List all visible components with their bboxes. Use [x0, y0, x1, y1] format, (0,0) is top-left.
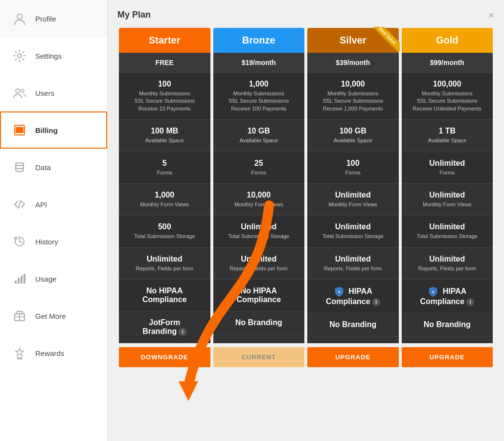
svg-marker-18	[179, 381, 198, 401]
plan-submissions-bronze: 1,000 Monthly SubmissionsSSL Secure Subm…	[213, 73, 305, 120]
hipaa-value: No HIPAACompliance	[124, 287, 206, 304]
plan-btn-silver[interactable]: UPGRADE	[307, 347, 399, 367]
formviews-label: Monthly Form Views	[312, 201, 394, 208]
forms-label: Forms	[218, 169, 300, 176]
plan-branding-starter: JotFormBrandingi	[119, 311, 210, 343]
plan-branding-silver: No Branding	[307, 313, 399, 336]
space-value: 100 GB	[312, 127, 394, 135]
formviews-label: Monthly Form Views	[218, 201, 300, 208]
sidebar-item-getmore[interactable]: Get More	[0, 297, 107, 334]
svg-point-0	[17, 14, 22, 19]
plan-reports-silver: Unlimited Reports, Fields per form	[307, 248, 399, 280]
storage-label: Total Submission Storage	[407, 233, 488, 240]
storage-value: Unlimited	[407, 222, 488, 231]
hipaa-value: No HIPAACompliance	[218, 287, 300, 304]
plan-space-starter: 100 MB Available Space	[119, 120, 210, 152]
plan-reports-gold: Unlimited Reports, Fields per form	[402, 248, 493, 280]
reports-label: Reports, Fields per form	[407, 265, 488, 272]
reports-value: Unlimited	[312, 255, 394, 264]
plan-col-starter: Starter FREE 100 Monthly SubmissionsSSL …	[119, 28, 210, 367]
space-value: 10 GB	[218, 127, 300, 135]
sidebar-item-billing[interactable]: Billing	[0, 111, 107, 149]
plan-body-bronze: $19/month 1,000 Monthly SubmissionsSSL S…	[213, 53, 305, 343]
plan-btn-bronze[interactable]: CURRENT	[213, 347, 305, 367]
submissions-label: Monthly SubmissionsSSL Secure Submission…	[407, 90, 488, 112]
svg-point-5	[16, 163, 23, 166]
sidebar-item-label-getmore: Get More	[35, 312, 66, 320]
plan-price-bronze: $19/month	[213, 53, 305, 73]
storage-label: Total Submission Storage	[124, 233, 206, 240]
plan-footer-starter: DOWNGRADE	[119, 347, 210, 367]
submissions-value: 100,000	[407, 80, 488, 88]
usage-icon	[11, 270, 28, 287]
history-icon	[11, 233, 28, 250]
sidebar-item-settings[interactable]: Settings	[0, 37, 107, 74]
hipaa-shield-icon: ✦	[428, 287, 438, 297]
forms-label: Forms	[124, 169, 206, 176]
plan-header-silver: Silver	[307, 28, 399, 53]
submissions-label: Monthly SubmissionsSSL Secure Submission…	[218, 90, 300, 112]
plan-submissions-silver: 10,000 Monthly SubmissionsSSL Secure Sub…	[307, 73, 399, 120]
space-label: Available Space	[312, 137, 394, 144]
sidebar-item-rewards[interactable]: Rewards	[0, 334, 107, 372]
sidebar-item-label-data: Data	[35, 163, 51, 172]
plan-btn-starter[interactable]: DOWNGRADE	[119, 347, 210, 367]
submissions-label: Monthly SubmissionsSSL Secure Submission…	[312, 90, 394, 112]
main-header: My Plan ×	[117, 10, 494, 20]
settings-icon	[11, 47, 28, 65]
plan-header-gold: Gold	[402, 28, 493, 53]
plan-body-starter: FREE 100 Monthly SubmissionsSSL Secure S…	[119, 53, 210, 343]
hipaa-shield-icon: ✦	[334, 287, 344, 297]
plan-body-silver: $39/month 10,000 Monthly SubmissionsSSL …	[307, 53, 399, 343]
plan-storage-silver: Unlimited Total Submission Storage	[307, 216, 399, 247]
plan-body-gold: $99/month 100,000 Monthly SubmissionsSSL…	[402, 53, 493, 343]
main-content: My Plan × Starter FREE 100 Monthly Submi…	[108, 0, 504, 441]
reports-value: Unlimited	[218, 255, 300, 264]
plan-reports-starter: Unlimited Reports, Fields per form	[119, 248, 210, 280]
plan-hipaa-silver: ✦ HIPAACompliancei	[307, 280, 399, 313]
sidebar-item-usage[interactable]: Usage	[0, 260, 107, 297]
svg-point-2	[16, 89, 20, 93]
storage-value: Unlimited	[312, 222, 394, 231]
plan-footer-silver: UPGRADE	[307, 347, 399, 367]
storage-label: Total Submission Storage	[218, 233, 300, 240]
profile-icon	[11, 10, 28, 27]
plan-reports-bronze: Unlimited Reports, Fields per form	[213, 248, 305, 280]
sidebar-item-label-users: Users	[35, 89, 54, 97]
hipaa-info-icon[interactable]: i	[372, 298, 380, 306]
page-title: My Plan	[117, 10, 151, 20]
plan-storage-starter: 500 Total Submission Storage	[119, 216, 210, 247]
plan-col-gold: Gold $99/month 100,000 Monthly Submissio…	[402, 28, 493, 367]
hipaa-info-icon[interactable]: i	[466, 298, 474, 306]
plan-space-silver: 100 GB Available Space	[307, 120, 399, 152]
close-button[interactable]: ×	[488, 10, 494, 20]
plan-header-starter: Starter	[119, 28, 210, 53]
sidebar-item-api[interactable]: API	[0, 186, 107, 223]
sidebar-item-profile[interactable]: Profile	[0, 0, 107, 37]
plan-price-starter: FREE	[119, 53, 210, 73]
plan-branding-gold: No Branding	[402, 313, 493, 336]
sidebar-item-data[interactable]: Data	[0, 149, 107, 186]
plan-space-gold: 1 TB Available Space	[402, 120, 493, 152]
formviews-label: Monthly Form Views	[407, 201, 488, 208]
submissions-value: 100	[124, 80, 206, 88]
data-icon	[11, 158, 28, 176]
storage-label: Total Submission Storage	[312, 233, 394, 240]
sidebar-item-users[interactable]: Users	[0, 74, 107, 111]
plan-btn-gold[interactable]: UPGRADE	[402, 347, 493, 367]
svg-rect-9	[18, 278, 20, 284]
plan-formviews-gold: Unlimited Monthly Form Views	[402, 184, 493, 216]
branding-info-icon[interactable]: i	[179, 328, 186, 336]
formviews-value: Unlimited	[407, 191, 488, 199]
storage-value: 500	[124, 222, 206, 231]
plan-col-bronze: Bronze $19/month 1,000 Monthly Submissio…	[213, 28, 305, 367]
plan-footer-bronze: CURRENT	[213, 347, 305, 367]
sidebar-item-label-api: API	[35, 200, 47, 209]
branding-value: JotFormBrandingi	[124, 318, 206, 336]
formviews-value: Unlimited	[312, 191, 394, 199]
plan-hipaa-gold: ✦ HIPAACompliancei	[402, 280, 493, 313]
plan-formviews-silver: Unlimited Monthly Form Views	[307, 184, 399, 216]
sidebar-item-history[interactable]: History	[0, 223, 107, 260]
submissions-label: Monthly SubmissionsSSL Secure Submission…	[124, 90, 206, 112]
forms-value: 100	[312, 159, 394, 168]
